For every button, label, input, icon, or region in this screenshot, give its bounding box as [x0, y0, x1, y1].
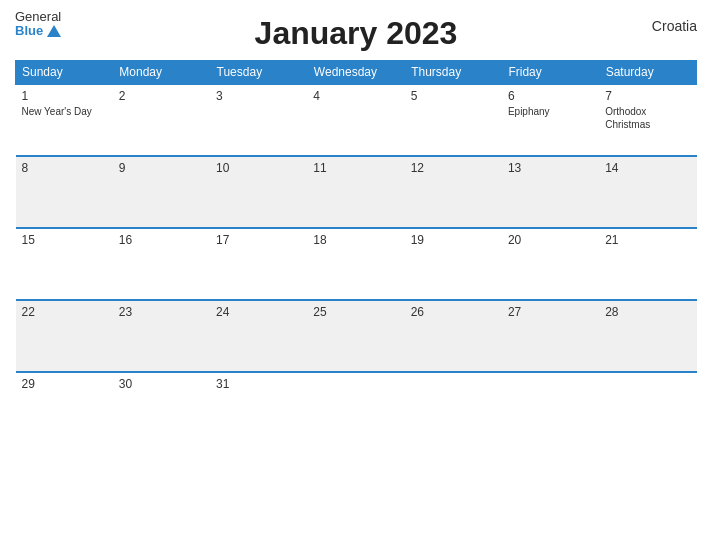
- day-number: 29: [22, 377, 107, 391]
- day-number: 16: [119, 233, 204, 247]
- calendar-cell: 10: [210, 156, 307, 228]
- day-number: 12: [411, 161, 496, 175]
- column-header-sunday: Sunday: [16, 61, 113, 85]
- country-label: Croatia: [652, 18, 697, 34]
- calendar-cell: 31: [210, 372, 307, 444]
- calendar-cell: 13: [502, 156, 599, 228]
- calendar-cell: 6Epiphany: [502, 84, 599, 156]
- calendar-header-row: SundayMondayTuesdayWednesdayThursdayFrid…: [16, 61, 697, 85]
- day-number: 15: [22, 233, 107, 247]
- column-header-wednesday: Wednesday: [307, 61, 404, 85]
- calendar-cell: 30: [113, 372, 210, 444]
- day-number: 28: [605, 305, 690, 319]
- day-number: 18: [313, 233, 398, 247]
- calendar-cell: [599, 372, 696, 444]
- day-number: 21: [605, 233, 690, 247]
- calendar-cell: 7Orthodox Christmas: [599, 84, 696, 156]
- calendar-cell: 29: [16, 372, 113, 444]
- calendar-cell: 25: [307, 300, 404, 372]
- logo-general-text: General: [15, 10, 61, 24]
- calendar-cell: 20: [502, 228, 599, 300]
- day-number: 19: [411, 233, 496, 247]
- calendar-cell: 3: [210, 84, 307, 156]
- calendar-table: SundayMondayTuesdayWednesdayThursdayFrid…: [15, 60, 697, 444]
- calendar-cell: 2: [113, 84, 210, 156]
- calendar-cell: 8: [16, 156, 113, 228]
- day-number: 1: [22, 89, 107, 103]
- calendar-cell: 4: [307, 84, 404, 156]
- calendar-cell: 14: [599, 156, 696, 228]
- calendar-cell: 23: [113, 300, 210, 372]
- column-header-thursday: Thursday: [405, 61, 502, 85]
- calendar-cell: 22: [16, 300, 113, 372]
- calendar-header: General Blue January 2023 Croatia: [15, 10, 697, 52]
- calendar-week-row: 293031: [16, 372, 697, 444]
- calendar-week-row: 22232425262728: [16, 300, 697, 372]
- holiday-name: Orthodox Christmas: [605, 105, 690, 131]
- day-number: 10: [216, 161, 301, 175]
- calendar-cell: [502, 372, 599, 444]
- day-number: 24: [216, 305, 301, 319]
- day-number: 6: [508, 89, 593, 103]
- calendar-cell: 5: [405, 84, 502, 156]
- day-number: 26: [411, 305, 496, 319]
- day-number: 27: [508, 305, 593, 319]
- calendar-cell: [307, 372, 404, 444]
- calendar-cell: 26: [405, 300, 502, 372]
- day-number: 7: [605, 89, 690, 103]
- column-header-saturday: Saturday: [599, 61, 696, 85]
- calendar-cell: 21: [599, 228, 696, 300]
- calendar-week-row: 15161718192021: [16, 228, 697, 300]
- day-number: 30: [119, 377, 204, 391]
- holiday-name: Epiphany: [508, 105, 593, 118]
- day-number: 9: [119, 161, 204, 175]
- calendar-cell: 24: [210, 300, 307, 372]
- day-number: 31: [216, 377, 301, 391]
- day-number: 25: [313, 305, 398, 319]
- holiday-name: New Year's Day: [22, 105, 107, 118]
- day-number: 4: [313, 89, 398, 103]
- calendar-cell: 17: [210, 228, 307, 300]
- day-number: 14: [605, 161, 690, 175]
- day-number: 17: [216, 233, 301, 247]
- logo: General Blue: [15, 10, 61, 39]
- calendar-cell: 18: [307, 228, 404, 300]
- calendar-cell: 16: [113, 228, 210, 300]
- day-number: 13: [508, 161, 593, 175]
- day-number: 11: [313, 161, 398, 175]
- calendar-cell: 11: [307, 156, 404, 228]
- calendar-cell: 1New Year's Day: [16, 84, 113, 156]
- calendar-cell: 9: [113, 156, 210, 228]
- day-number: 5: [411, 89, 496, 103]
- calendar-cell: 15: [16, 228, 113, 300]
- calendar-week-row: 891011121314: [16, 156, 697, 228]
- calendar-cell: 28: [599, 300, 696, 372]
- day-number: 23: [119, 305, 204, 319]
- day-number: 8: [22, 161, 107, 175]
- logo-blue-text: Blue: [15, 24, 61, 38]
- column-header-monday: Monday: [113, 61, 210, 85]
- day-number: 3: [216, 89, 301, 103]
- logo-triangle-icon: [47, 25, 61, 37]
- calendar-cell: 27: [502, 300, 599, 372]
- calendar-container: General Blue January 2023 Croatia Sunday…: [0, 0, 712, 550]
- calendar-cell: 12: [405, 156, 502, 228]
- column-header-tuesday: Tuesday: [210, 61, 307, 85]
- calendar-week-row: 1New Year's Day23456Epiphany7Orthodox Ch…: [16, 84, 697, 156]
- day-number: 20: [508, 233, 593, 247]
- day-number: 2: [119, 89, 204, 103]
- column-header-friday: Friday: [502, 61, 599, 85]
- day-number: 22: [22, 305, 107, 319]
- calendar-cell: [405, 372, 502, 444]
- calendar-title: January 2023: [255, 15, 458, 52]
- calendar-cell: 19: [405, 228, 502, 300]
